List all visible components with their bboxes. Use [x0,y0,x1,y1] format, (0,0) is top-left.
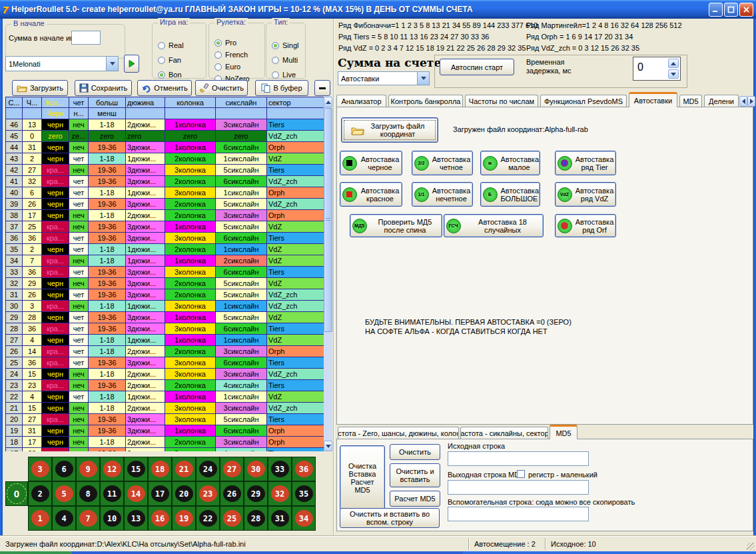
tab-md5[interactable]: MD5 [679,95,702,107]
scroll-down-button[interactable] [324,441,332,451]
table-row-43[interactable]: 432чернчет1-181дюжи...2колонка1сикслайнV… [6,153,324,165]
autobet-red-button[interactable]: Автоставка красное [340,182,402,207]
collapse-button[interactable] [314,80,330,96]
chevron-down-icon[interactable] [106,57,118,71]
table-row-35[interactable]: 352чернчет1-181дюжи...2колонка1сикслайнV… [6,244,324,255]
board-number-19[interactable]: 19 [172,506,196,531]
board-number-36[interactable]: 36 [292,457,316,481]
table-row-42[interactable]: 4227кра...неч19-363дюжи...3колонка5сиксл… [6,165,324,176]
table-row-37[interactable]: 3725кра...неч19-363дюжи...1колонка5сиксл… [6,221,324,233]
tab-функционал-psevdoms[interactable]: Функционал PsevdoMS [540,95,627,107]
radio-singl[interactable]: Singl [272,41,298,50]
table-row-33[interactable]: 3336кра...чет19-363дюжи...3колонка6сиксл… [6,267,324,278]
board-number-7[interactable]: 7 [76,506,100,531]
board-number-6[interactable]: 6 [52,457,76,481]
copy-buffer-button[interactable]: В буфер [255,80,308,96]
tab-контроль-банкролла[interactable]: Контроль банкролла [388,95,463,107]
board-number-25[interactable]: 25 [220,506,244,531]
autobet-even-button[interactable]: 2/2Автоставка четное [412,151,473,175]
table-row-27[interactable]: 274чернчет1-181дюжи...1колонка1сикслайнV… [6,335,324,346]
radio-pro[interactable]: Pro [214,38,236,47]
mode-combo[interactable]: Автоставки [338,71,430,85]
board-number-3[interactable]: 3 [28,457,52,481]
table-row-38[interactable]: 3817черннеч1-182дюжи...2колонка3сикслайн… [6,210,324,221]
aux-string-input[interactable] [448,507,589,521]
board-number-29[interactable]: 29 [244,481,268,506]
table-row-19[interactable]: 1931черннеч19-363дюжи...1колонка6сикслай… [6,425,324,437]
load-coord-file-button[interactable]: Загрузить файл координат [341,117,438,143]
board-number-30[interactable]: 30 [244,457,268,481]
table-row-26[interactable]: 2614кра...чет1-182дюжи...2колонка3сиксла… [6,346,324,357]
lowercase-checkbox[interactable] [517,470,525,478]
board-number-32[interactable]: 32 [268,481,292,506]
autobet-black-button[interactable]: Автоставка черное [340,151,402,175]
table-row-40[interactable]: 406чернчет1-181дюжи...3колонка1сикслайнO… [6,187,324,199]
undo-button[interactable]: Отменить [137,80,192,96]
scrollbar-thumb[interactable] [324,108,332,332]
table-row-24[interactable]: 2415черннеч1-182дюжи...3колонка3сикслайн… [6,369,324,380]
table-row-17[interactable]: 1723кра...неч19-362дюжи...2колонка4сиксл… [6,448,324,451]
board-number-21[interactable]: 21 [172,457,196,481]
table-row-20[interactable]: 2027кра...неч19-363дюжи...3колонка5сиксл… [6,414,324,425]
autobet-tier-row-button[interactable]: Автоставка ряд Tier [555,151,616,175]
clear-paste-calc-md5-button[interactable]: Очистка Вставка Расчет MD5 [340,445,385,510]
tab-scroll-right-button[interactable] [747,96,755,107]
table-row-41[interactable]: 4132кра...чет19-363дюжи...2колонка6сиксл… [6,176,324,187]
table-scrollbar[interactable] [324,97,332,451]
table-row-25[interactable]: 2536кра...чет19-363дюжи...3колонка6сиксл… [6,357,324,369]
board-number-10[interactable]: 10 [100,506,124,531]
autobet-18-random-button[interactable]: ГСЧАвтоставка 18 случайных [444,214,544,237]
radio-fan[interactable]: Fan [158,55,181,65]
clear-button[interactable]: Очистить [195,80,248,96]
spin-up-button[interactable] [668,59,679,68]
save-button[interactable]: Сохранить [75,80,132,96]
table-row-22[interactable]: 224чернчет1-181дюжи...1колонка1сикслайнV… [6,391,324,403]
minimize-button[interactable] [709,3,723,17]
table-row-39[interactable]: 3926чернчет19-363дюжи...2колонка5сикслай… [6,199,324,210]
start-sum-input[interactable] [71,31,101,45]
tab-анализатор[interactable]: Анализатор [336,95,386,107]
table-row-21[interactable]: 2115черннеч1-182дюжи...3колонка3сикслайн… [6,403,324,414]
board-number-4[interactable]: 4 [52,506,76,531]
autobet-orf-row-button[interactable]: Автоставка ряд Orf [555,214,616,237]
preset-combo[interactable]: 1Melonati [5,56,119,71]
board-number-12[interactable]: 12 [100,457,124,481]
radio-live[interactable]: Live [272,70,296,79]
board-number-24[interactable]: 24 [196,457,220,481]
md5-calc-button[interactable]: Расчет MD5 [390,491,440,507]
resize-grip[interactable] [747,543,755,551]
radio-multi[interactable]: Multi [272,55,298,65]
spin-down-button[interactable] [668,69,679,79]
scroll-up-button[interactable] [324,97,332,107]
board-number-22[interactable]: 22 [196,506,220,531]
board-number-18[interactable]: 18 [148,457,172,481]
table-row-34[interactable]: 347кра...неч1-181дюжи...1колонка2сикслай… [6,255,324,267]
table-row-28[interactable]: 2836кра...чет19-363дюжи...3колонка6сиксл… [6,323,324,335]
radio-real[interactable]: Real [158,41,184,50]
md5-output-input[interactable] [448,480,589,495]
freq-tab-0[interactable]: Частота - Zero, шансы, дюжины, колонки [338,427,459,439]
board-number-26[interactable]: 26 [220,481,244,506]
autospin-start-button[interactable]: Автоспин старт [440,59,514,75]
table-row-30[interactable]: 303кра...неч1-181дюжи...3колонка1сикслай… [6,301,324,312]
board-number-1[interactable]: 1 [28,506,52,531]
table-row-36[interactable]: 3636кра...чет19-363дюжи...3колонка6сиксл… [6,233,324,244]
table-row-31[interactable]: 3126чернчет19-363дюжи...2колонка5сикслай… [6,289,324,301]
board-number-9[interactable]: 9 [76,457,100,481]
board-number-33[interactable]: 33 [268,457,292,481]
autobet-small-button[interactable]: мАвтоставка малое [480,151,540,175]
close-button[interactable] [739,3,753,17]
freq-tab-1[interactable]: Частота - сиклайны, сектора [460,427,548,439]
maximize-button[interactable] [724,3,738,17]
board-number-8[interactable]: 8 [76,481,100,506]
board-number-16[interactable]: 16 [148,506,172,531]
source-string-input[interactable] [448,451,589,466]
md5-clear-paste-button[interactable]: Очистить и вставить [390,463,440,487]
radio-euro[interactable]: Euro [214,62,240,71]
table-row-18[interactable]: 1817черннеч1-182дюжи...2колонка3сикслайн… [6,437,324,448]
board-number-15[interactable]: 15 [124,457,148,481]
board-number-17[interactable]: 17 [148,481,172,506]
md5-clear-paste-aux-button[interactable]: Очистить и вставить во вспом. строку [340,508,440,528]
board-number-31[interactable]: 31 [268,506,292,531]
autobet-odd-button[interactable]: 1/1Автоставка нечетное [412,182,473,207]
